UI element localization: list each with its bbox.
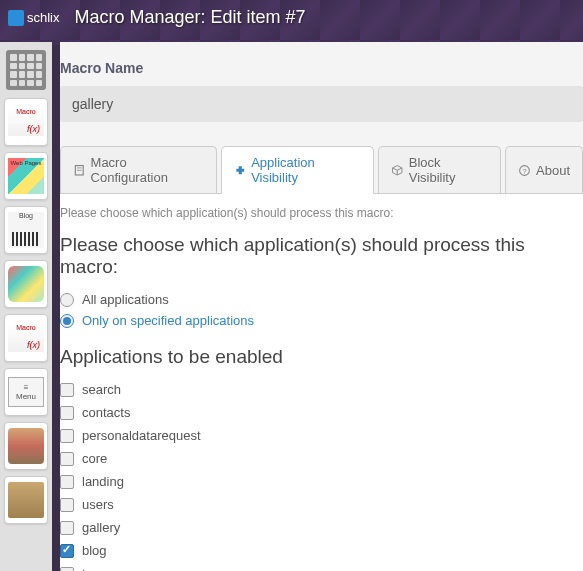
tabs: Macro Configuration Application Visibili…: [60, 146, 583, 194]
tab-macro-configuration[interactable]: Macro Configuration: [60, 146, 217, 193]
radio-label: All applications: [82, 292, 169, 307]
tab-panel: Please choose which application(s) shoul…: [60, 194, 583, 571]
sidebar-apps-grid-icon[interactable]: [6, 50, 46, 90]
checkbox-label: tag: [82, 566, 100, 571]
section-title: Please choose which application(s) shoul…: [60, 234, 583, 278]
webpages-icon: Web Pages: [8, 158, 44, 194]
checkbox-input[interactable]: [60, 406, 74, 420]
main-wrapper: Macro Web Pages Blog Macro Macro Name: [0, 42, 583, 571]
apps-checkbox-list: search contacts personaldatarequest core…: [60, 382, 583, 571]
menu-icon: [8, 377, 44, 407]
checkbox-label: gallery: [82, 520, 120, 535]
brand-logo[interactable]: schlix: [8, 10, 60, 26]
app-checkbox-blog[interactable]: blog: [60, 543, 583, 558]
sidebar-item-blog[interactable]: Blog: [4, 206, 48, 254]
svg-text:?: ?: [522, 166, 526, 175]
sidebar-item-menu[interactable]: [4, 368, 48, 416]
help-text: Please choose which application(s) shoul…: [60, 206, 583, 220]
sidebar-item-block[interactable]: [4, 260, 48, 308]
macro-name-input[interactable]: [60, 86, 583, 122]
sidebar-item-users[interactable]: [4, 422, 48, 470]
tab-label: Block Visibility: [409, 155, 488, 185]
app-checkbox-search[interactable]: search: [60, 382, 583, 397]
checkbox-input[interactable]: [60, 521, 74, 535]
app-checkbox-users[interactable]: users: [60, 497, 583, 512]
sidebar-item-tools[interactable]: [4, 476, 48, 524]
checkbox-input[interactable]: [60, 498, 74, 512]
content-area: Macro Name Macro Configuration Applicati…: [60, 42, 583, 571]
tab-block-visibility[interactable]: Block Visibility: [378, 146, 501, 193]
checkbox-label: contacts: [82, 405, 130, 420]
sidebar: Macro Web Pages Blog Macro: [0, 42, 52, 571]
logo-icon: [8, 10, 24, 26]
app-checkbox-contacts[interactable]: contacts: [60, 405, 583, 420]
tools-icon: [8, 482, 44, 518]
checkbox-input[interactable]: [60, 544, 74, 558]
checkbox-input[interactable]: [60, 429, 74, 443]
brand-text: schlix: [27, 10, 60, 25]
block-icon: [8, 266, 44, 302]
tab-label: About: [536, 163, 570, 178]
radio-input[interactable]: [60, 293, 74, 307]
radio-all-applications[interactable]: All applications: [60, 292, 583, 307]
app-checkbox-personaldatarequest[interactable]: personaldatarequest: [60, 428, 583, 443]
tab-application-visibility[interactable]: Application Visibility: [221, 146, 375, 194]
checkbox-label: search: [82, 382, 121, 397]
users-icon: [8, 428, 44, 464]
checkbox-input[interactable]: [60, 383, 74, 397]
visibility-radio-group: All applications Only on specified appli…: [60, 292, 583, 328]
macro-name-label: Macro Name: [60, 60, 583, 76]
checkbox-input[interactable]: [60, 567, 74, 572]
cube-icon: [391, 164, 404, 177]
app-checkbox-landing[interactable]: landing: [60, 474, 583, 489]
app-checkbox-core[interactable]: core: [60, 451, 583, 466]
file-icon: [73, 164, 86, 177]
app-checkbox-gallery[interactable]: gallery: [60, 520, 583, 535]
macro-icon: Macro: [8, 324, 44, 352]
radio-label: Only on specified applications: [82, 313, 254, 328]
checkbox-label: blog: [82, 543, 107, 558]
tab-about[interactable]: ? About: [505, 146, 583, 193]
macro-icon: Macro: [8, 108, 44, 136]
tab-label: Application Visibility: [251, 155, 361, 185]
sidebar-item-macro[interactable]: Macro: [4, 98, 48, 146]
checkbox-label: users: [82, 497, 114, 512]
checkbox-input[interactable]: [60, 475, 74, 489]
question-icon: ?: [518, 164, 531, 177]
checkbox-label: landing: [82, 474, 124, 489]
apps-section-title: Applications to be enabled: [60, 346, 583, 368]
page-title: Macro Manager: Edit item #7: [75, 7, 306, 28]
puzzle-icon: [234, 164, 247, 177]
checkbox-label: personaldatarequest: [82, 428, 201, 443]
app-checkbox-tag[interactable]: tag: [60, 566, 583, 571]
radio-input[interactable]: [60, 314, 74, 328]
checkbox-input[interactable]: [60, 452, 74, 466]
sidebar-item-webpages[interactable]: Web Pages: [4, 152, 48, 200]
sidebar-item-macro-2[interactable]: Macro: [4, 314, 48, 362]
blog-icon: Blog: [8, 212, 44, 248]
header: schlix Macro Manager: Edit item #7: [0, 0, 583, 35]
radio-specified-applications[interactable]: Only on specified applications: [60, 313, 583, 328]
tab-label: Macro Configuration: [91, 155, 204, 185]
checkbox-label: core: [82, 451, 107, 466]
